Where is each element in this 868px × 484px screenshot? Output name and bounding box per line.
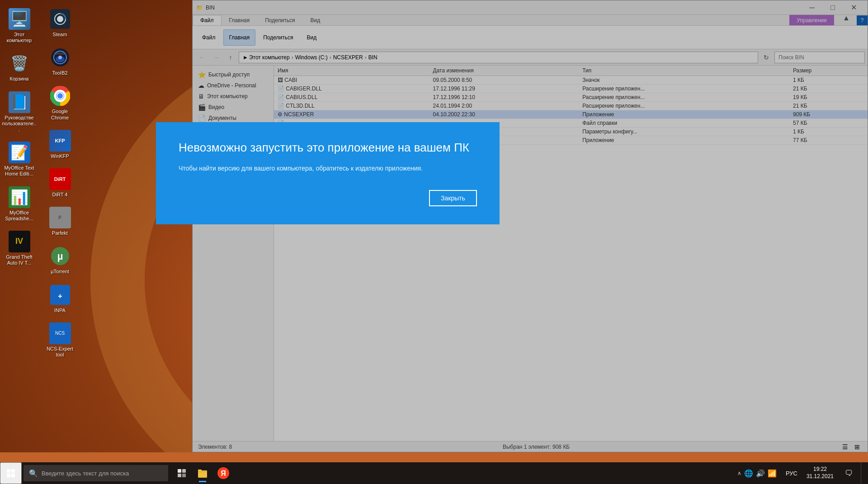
- taskbar-task-view[interactable]: [172, 463, 192, 483]
- error-dialog-actions: Закрыть: [179, 190, 477, 206]
- guide-icon: 📘: [9, 91, 30, 113]
- taskbar-search-icon: 🔍: [29, 469, 38, 478]
- svg-text:Я: Я: [221, 470, 226, 477]
- toolb2-icon: [49, 47, 71, 68]
- steam-icon: [49, 8, 71, 30]
- utorrent-icon: µ: [49, 245, 71, 267]
- taskbar-file-explorer[interactable]: [193, 463, 212, 483]
- utorrent-label: µTorrent: [51, 269, 69, 275]
- desktop-icon-guide[interactable]: 📘 Руководстве пользователе...: [0, 88, 38, 137]
- parfekt-icon: P: [49, 207, 71, 228]
- recycle-label: Корзина: [10, 76, 29, 82]
- notification-button[interactable]: 🗨: [839, 463, 859, 483]
- desktop-icon-recycle[interactable]: 🗑️ Корзина: [0, 49, 38, 85]
- desktop-icon-myoffice-spreadsheet[interactable]: 📊 MyOffice Spreadshe...: [0, 183, 38, 225]
- error-subtitle: Чтобы найти версию для вашего компьютера…: [179, 165, 477, 172]
- gta-icon: IV: [9, 231, 30, 252]
- desktop-icon-chrome[interactable]: Google Chrome: [41, 81, 79, 124]
- show-desktop-button[interactable]: [861, 462, 864, 484]
- svg-text:µ: µ: [57, 251, 63, 262]
- language-indicator[interactable]: РУС: [782, 470, 801, 477]
- desktop-icon-gta[interactable]: IV Grand Theft Auto IV T...: [0, 227, 38, 270]
- error-dialog: Невозможно запустить это приложение на в…: [156, 122, 500, 224]
- chrome-icon: [49, 85, 71, 107]
- clock-date: 31.12.2021: [807, 473, 834, 480]
- winkfp-label: WinKFP: [51, 153, 69, 159]
- desktop-icon-inpa[interactable]: + INPA: [41, 280, 79, 317]
- gta-label: Grand Theft Auto IV T...: [2, 254, 37, 266]
- steam-label: Steam: [53, 32, 67, 38]
- desktop-icon-ncs[interactable]: NCS NCS-Expert tool: [41, 319, 79, 361]
- svg-rect-15: [7, 469, 10, 473]
- task-view-icon: [177, 469, 186, 478]
- desktop-icon-parfekt[interactable]: P Parfekt: [41, 203, 79, 240]
- inpa-icon: +: [49, 284, 71, 306]
- desktop-icon-steam[interactable]: Steam: [41, 5, 79, 41]
- desktop-icon-utorrent[interactable]: µ µTorrent: [41, 242, 79, 278]
- svg-rect-21: [178, 474, 181, 477]
- taskbar-right: ∧ 🌐 🔊 📶 РУС 19:22 31.12.2021 🗨: [734, 462, 868, 484]
- svg-rect-23: [198, 470, 207, 478]
- recycle-icon: 🗑️: [9, 52, 30, 74]
- myoffice-spreadsheet-icon: 📊: [9, 186, 30, 208]
- desktop-icons-right: Steam TooIB2 Go: [41, 5, 79, 361]
- svg-text:+: +: [58, 292, 62, 300]
- windows-logo-icon: [7, 469, 15, 477]
- guide-label: Руководстве пользователе...: [2, 115, 37, 133]
- myoffice-text-label: MyOffice Text Home Editi...: [2, 165, 37, 177]
- computer-icon: 🖥️: [9, 8, 30, 30]
- svg-rect-18: [11, 474, 15, 477]
- dirt-icon: DiRT: [49, 168, 71, 190]
- taskbar-search[interactable]: 🔍 Введите здесь текст для поиска: [24, 465, 168, 481]
- svg-point-2: [57, 16, 63, 22]
- parfekt-label: Parfekt: [52, 230, 68, 236]
- start-button[interactable]: [0, 462, 22, 484]
- taskbar-apps: Я: [172, 463, 233, 483]
- computer-label: Этот компьютер: [2, 32, 37, 43]
- svg-rect-19: [178, 469, 181, 473]
- svg-rect-17: [7, 474, 10, 477]
- desktop-icon-dirt[interactable]: DiRT DiRT 4: [41, 165, 79, 201]
- winkfp-icon: KFP: [49, 130, 71, 152]
- clock[interactable]: 19:22 31.12.2021: [803, 462, 837, 484]
- myoffice-text-icon: 📝: [9, 142, 30, 163]
- svg-rect-22: [182, 474, 186, 477]
- dialog-overlay: [192, 0, 868, 452]
- desktop-icon-computer[interactable]: 🖥️ Этот компьютер: [0, 5, 38, 47]
- svg-rect-20: [182, 469, 186, 473]
- file-explorer-icon: [197, 468, 208, 479]
- myoffice-spreadsheet-label: MyOffice Spreadshe...: [2, 210, 37, 222]
- desktop-icon-toolb2[interactable]: TooIB2: [41, 43, 79, 80]
- svg-rect-24: [198, 470, 202, 471]
- svg-point-6: [58, 56, 62, 59]
- svg-point-10: [57, 93, 63, 99]
- desktop-icons-left: 🖥️ Этот компьютер 🗑️ Корзина 📘 Руководст…: [0, 5, 38, 270]
- tray-wifi-icon: 📶: [768, 469, 777, 478]
- svg-rect-16: [11, 469, 15, 473]
- tray-chevron[interactable]: ∧: [737, 470, 741, 476]
- desktop-icon-myoffice-text[interactable]: 📝 MyOffice Text Home Editi...: [0, 138, 38, 180]
- tray-network-icon: 🌐: [744, 469, 753, 478]
- error-close-button[interactable]: Закрыть: [429, 190, 477, 206]
- inpa-label: INPA: [54, 308, 66, 313]
- taskbar-yandex[interactable]: Я: [213, 463, 233, 483]
- ncs-icon: NCS: [49, 323, 71, 344]
- dirt-label: DiRT 4: [52, 192, 68, 198]
- taskbar-search-placeholder: Введите здесь текст для поиска: [42, 470, 129, 477]
- desktop-icon-winkfp[interactable]: KFP WinKFP: [41, 126, 79, 163]
- clock-time: 19:22: [813, 466, 827, 473]
- ncs-label: NCS-Expert tool: [42, 346, 77, 358]
- error-title: Невозможно запустить это приложение на в…: [179, 140, 477, 156]
- chrome-label: Google Chrome: [42, 109, 77, 120]
- taskbar: 🔍 Введите здесь текст для поиска Я: [0, 462, 868, 484]
- system-tray-icons: ∧ 🌐 🔊 📶: [734, 469, 780, 478]
- toolb2-label: TooIB2: [52, 70, 67, 76]
- yandex-icon: Я: [217, 467, 230, 479]
- tray-volume-icon: 🔊: [756, 469, 765, 478]
